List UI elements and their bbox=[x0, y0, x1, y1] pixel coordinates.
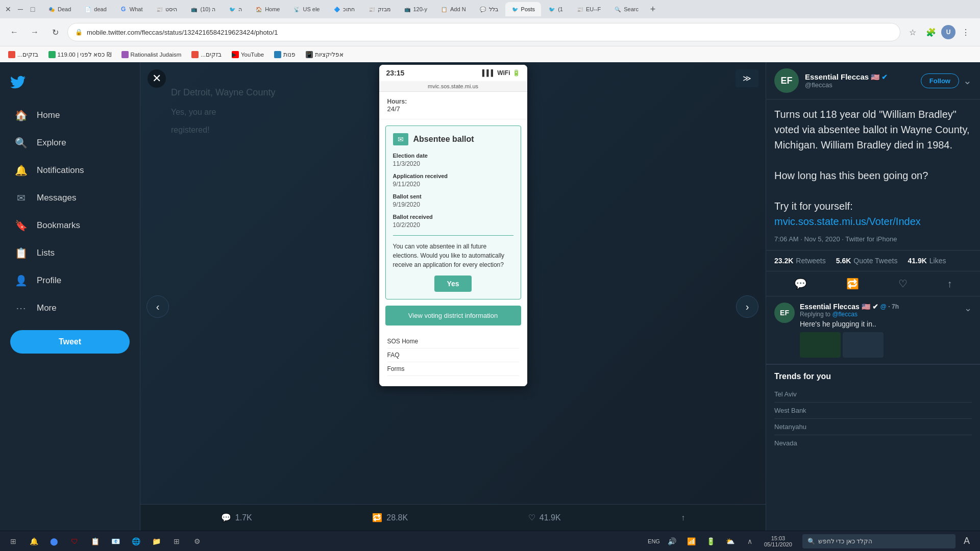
tweet-button[interactable]: Tweet bbox=[10, 330, 130, 354]
follow-button[interactable]: Follow bbox=[921, 73, 959, 88]
taskbar-weather-icon[interactable]: ⛅ bbox=[721, 532, 740, 550]
trend-netanyahu[interactable]: Netanyahu bbox=[774, 419, 972, 435]
minimize-btn[interactable]: ─ bbox=[16, 5, 24, 13]
taskbar-notifications-icon[interactable]: 🔔 bbox=[24, 532, 43, 550]
bookmark-mbzkim2[interactable]: ...בזקים bbox=[187, 50, 226, 59]
sidebar-item-notifications[interactable]: 🔔 Notifications bbox=[4, 158, 136, 183]
bookmark-youtube-label: YouTube bbox=[241, 52, 264, 58]
sidebar-item-home[interactable]: 🏠 Home bbox=[4, 103, 136, 128]
taskbar-files-icon[interactable]: 📁 bbox=[147, 532, 165, 550]
taskbar-settings-icon[interactable]: ⚙ bbox=[188, 532, 206, 550]
yes-button[interactable]: Yes bbox=[434, 276, 471, 292]
tab-hist[interactable]: 📰היסט bbox=[150, 2, 183, 16]
taskbar-edge-icon[interactable]: 🌐 bbox=[127, 532, 145, 550]
like-action-button[interactable]: ♡ bbox=[898, 278, 908, 290]
phone-content[interactable]: Hours: 24/7 ✉ Absentee ballot Election d… bbox=[379, 92, 527, 386]
bottom-share-action[interactable]: ↑ bbox=[681, 513, 685, 522]
tab-uselec[interactable]: 📡US ele bbox=[287, 2, 326, 16]
new-tab-button[interactable]: + bbox=[646, 2, 660, 16]
tab-news[interactable]: 📰מבזק bbox=[362, 2, 397, 16]
view-voting-btn[interactable]: View voting district information bbox=[385, 306, 521, 325]
taskbar-volume-icon[interactable]: 🔊 bbox=[663, 532, 681, 550]
bookmark-youtube[interactable]: ▶ YouTube bbox=[228, 50, 268, 59]
tab-home[interactable]: 🏠Home bbox=[249, 2, 286, 16]
reply-action-button[interactable]: 💬 bbox=[794, 278, 807, 290]
sidebar-more-label: More bbox=[37, 303, 57, 313]
tab-search[interactable]: 🔍Searc bbox=[608, 2, 645, 16]
tab-icon-search: 🔍 bbox=[614, 6, 621, 13]
tab-dead1[interactable]: 🎭Dead bbox=[42, 2, 77, 16]
tab-what[interactable]: GWhat bbox=[114, 2, 149, 16]
retweet-icon: 🔁 bbox=[372, 513, 382, 522]
like-icon: ♡ bbox=[528, 513, 535, 522]
tweet-link[interactable]: mvic.sos.state.mi.us/Voter/Index bbox=[774, 216, 921, 227]
bookmark-star-button[interactable]: ☆ bbox=[904, 24, 921, 40]
reply-tweet: EF Essential Fleccas 🇺🇸 ✔ @ · 7h Replyin… bbox=[766, 296, 980, 364]
bookmark-kise[interactable]: כסא לפני | 119.00 ₪ bbox=[44, 50, 115, 59]
retweet-action-button[interactable]: 🔁 bbox=[846, 278, 859, 290]
profile-button[interactable]: U bbox=[941, 25, 955, 39]
start-button[interactable]: ⊞ bbox=[4, 532, 22, 550]
forward-button[interactable]: → bbox=[27, 24, 43, 40]
close-photo-button[interactable]: ✕ bbox=[148, 69, 166, 88]
tab-twitter-notif[interactable]: 🐦(1 bbox=[542, 2, 569, 16]
taskbar-apps-icon[interactable]: ⊞ bbox=[167, 532, 186, 550]
tab-twitter2[interactable]: 🐦ה bbox=[223, 2, 248, 16]
sidebar-item-explore[interactable]: 🔍 Explore bbox=[4, 130, 136, 156]
reply-avatar: EF bbox=[774, 303, 795, 323]
bottom-retweet-action[interactable]: 🔁 28.8K bbox=[372, 513, 408, 522]
prev-photo-button[interactable]: ‹ bbox=[146, 295, 169, 318]
taskbar-mail-icon[interactable]: 📧 bbox=[106, 532, 125, 550]
taskbar-kaspersky-icon[interactable]: 🛡 bbox=[65, 532, 84, 550]
reply-menu-button[interactable]: ⌄ bbox=[964, 303, 972, 314]
tab-chatuk[interactable]: 🔷חתוכ bbox=[327, 2, 361, 16]
tab-bll[interactable]: 💬בלל bbox=[473, 2, 504, 16]
back-button[interactable]: ← bbox=[6, 24, 22, 40]
next-photo-button[interactable]: › bbox=[736, 295, 758, 318]
bookmark-rationalist[interactable]: Rationalist Judaism bbox=[117, 50, 186, 59]
tab-notif[interactable]: 📺ה (10) bbox=[184, 2, 222, 16]
taskbar-clipboard-icon[interactable]: 📋 bbox=[86, 532, 104, 550]
taskbar-chrome-icon[interactable]: ⬤ bbox=[45, 532, 63, 550]
tab-eu[interactable]: 📰EU--F bbox=[570, 2, 607, 16]
tab-dead2[interactable]: 📄dead bbox=[78, 2, 112, 16]
sidebar-item-more[interactable]: ⋯ More bbox=[4, 295, 136, 321]
address-bar[interactable]: 🔒 mobile.twitter.com/fleccas/status/1324… bbox=[67, 23, 900, 41]
taskbar-search[interactable]: 🔍 הקלד כאן כדי לחפש bbox=[802, 534, 955, 548]
maximize-btn[interactable]: □ bbox=[29, 5, 37, 13]
forms-link[interactable]: Forms bbox=[387, 362, 519, 376]
share-action-button[interactable]: ↑ bbox=[947, 278, 952, 290]
ballot-sent-value: 9/19/2020 bbox=[393, 201, 420, 208]
tab-icon-bll: 💬 bbox=[479, 6, 486, 13]
tab-addn[interactable]: 📋Add N bbox=[434, 2, 472, 16]
taskbar-battery-icon[interactable]: 🔋 bbox=[702, 532, 720, 550]
reload-button[interactable]: ↻ bbox=[47, 24, 63, 40]
election-date-field: Election date 11/3/2020 bbox=[393, 153, 513, 168]
trends-title: Trends for you bbox=[774, 372, 972, 381]
taskbar-chevron-icon[interactable]: ∧ bbox=[741, 532, 759, 550]
taskbar-network-icon[interactable]: 📶 bbox=[682, 532, 701, 550]
trend-nevada[interactable]: Nevada bbox=[774, 435, 972, 451]
bottom-like-action[interactable]: ♡ 41.9K bbox=[528, 513, 561, 522]
sidebar-item-lists[interactable]: 📋 Lists bbox=[4, 240, 136, 266]
taskbar-ime-button[interactable]: A bbox=[958, 532, 976, 550]
bookmark-mbzkim1[interactable]: ...בזקים bbox=[4, 50, 42, 59]
faq-link[interactable]: FAQ bbox=[387, 348, 519, 362]
close-tab-btn[interactable]: ✕ bbox=[4, 5, 12, 13]
bottom-reply-action[interactable]: 💬 1.7K bbox=[221, 513, 252, 522]
extensions-button[interactable]: 🧩 bbox=[923, 24, 939, 40]
menu-button[interactable]: ⋮ bbox=[958, 24, 974, 40]
bookmark-pinot[interactable]: פנות bbox=[270, 50, 300, 59]
bookmark-apps[interactable]: 📱 אפליקציות bbox=[302, 50, 348, 59]
sidebar-item-messages[interactable]: ✉ Messages bbox=[4, 185, 136, 211]
sidebar-item-bookmarks[interactable]: 🔖 Bookmarks bbox=[4, 213, 136, 238]
hours-label: Hours: bbox=[387, 98, 519, 105]
trend-telaviv[interactable]: Tel Aviv bbox=[774, 386, 972, 403]
tweet-menu-button[interactable]: ⌄ bbox=[963, 74, 972, 87]
sos-home-link[interactable]: SOS Home bbox=[387, 335, 519, 348]
trend-westbank[interactable]: West Bank bbox=[774, 403, 972, 419]
expand-button[interactable]: ≫ bbox=[736, 69, 758, 87]
tab-posts[interactable]: 🐦Posts bbox=[505, 2, 542, 16]
sidebar-item-profile[interactable]: 👤 Profile bbox=[4, 268, 136, 293]
tab-120y[interactable]: 📺120-y bbox=[398, 2, 434, 16]
